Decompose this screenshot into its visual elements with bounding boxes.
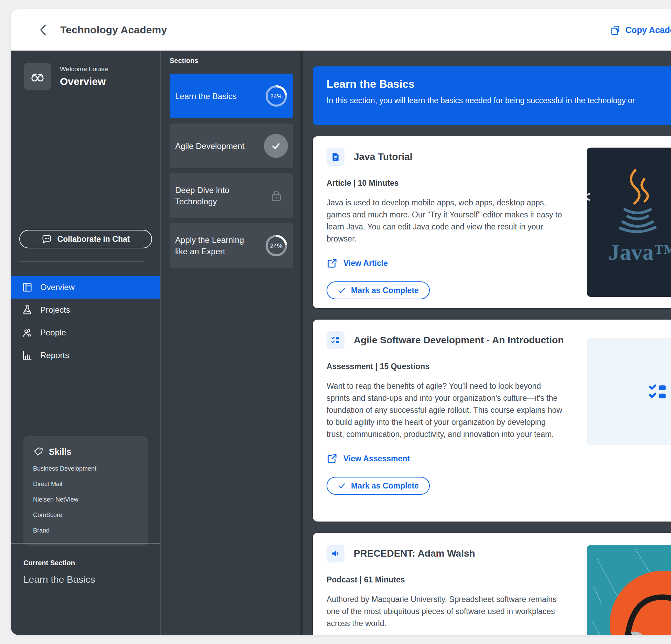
mark-complete-button[interactable]: Mark as Complete [327, 281, 430, 299]
flask-icon [22, 304, 33, 315]
sidebar-item-label: Projects [40, 305, 70, 315]
card-title: PRECEDENT: Adam Walsh [354, 548, 475, 559]
lock-icon [269, 189, 283, 203]
podcast-art-image [587, 545, 671, 635]
progress-ring-24: 24% [265, 84, 288, 108]
sidebar-item-label: Overview [40, 282, 75, 292]
article-doc-icon [327, 148, 344, 166]
sidebar-item-overview[interactable]: Overview [11, 276, 160, 299]
section-card-deep-dive[interactable]: Deep Dive into Technology [170, 173, 293, 218]
current-section-value: Learn the Basics [23, 574, 95, 585]
section-card-label: Agile Development [175, 140, 244, 152]
card-description: Java is used to develop mobile apps, web… [327, 197, 564, 245]
main-content: Learn the Basics In this section, you wi… [303, 51, 671, 635]
page-title: Technology Academy [60, 24, 167, 36]
banner-title: Learn the Basics [327, 78, 671, 90]
lesson-card-java-tutorial: Java Tutorial Article | 10 Minutes Java … [313, 136, 671, 308]
card-title: Agile Software Development - An Introduc… [354, 335, 564, 346]
code-bracket-decoration: < [587, 188, 591, 205]
academy-window: Technology Academy Copy Academy [11, 9, 671, 635]
layout-icon [22, 282, 33, 293]
sidebar-item-label: Reports [40, 351, 69, 360]
mark-complete-button[interactable]: Mark as Complete [327, 477, 430, 495]
screen: Technology Academy Copy Academy [0, 0, 671, 644]
copy-academy-label: Copy Academy [625, 25, 671, 35]
tag-icon [33, 447, 43, 457]
view-assessment-label: View Assessment [343, 454, 410, 463]
skill-item: Nielsen NetView [33, 496, 138, 503]
view-article-label: View Article [343, 259, 388, 268]
skill-item: Brand [33, 527, 138, 534]
sidebar: Welcome Louise Overview Collaborate in C… [11, 51, 161, 635]
complete-check-icon [264, 134, 288, 158]
assessment-checklist-icon [327, 331, 344, 349]
sidebar-divider [19, 261, 145, 261]
welcome-text: Welcome Louise [60, 65, 108, 73]
check-icon [338, 286, 346, 294]
check-icon [338, 482, 346, 490]
sections-panel: Sections Learn the Basics 24% Agile Deve… [161, 51, 303, 635]
sidebar-item-people[interactable]: People [11, 321, 160, 344]
banner-description: In this section, you will learn the basi… [327, 96, 671, 105]
profile-text: Welcome Louise Overview [60, 65, 108, 87]
card-description: Authored by Macquarie University. Spread… [327, 593, 564, 630]
card-title: Java Tutorial [354, 151, 413, 162]
skills-title: Skills [49, 447, 71, 457]
glasses-icon [30, 68, 45, 84]
external-link-icon [327, 258, 338, 269]
sidebar-bottom-divider [11, 543, 160, 544]
progress-ring-24: 24% [265, 234, 288, 257]
sidebar-item-reports[interactable]: Reports [11, 344, 160, 367]
view-article-link[interactable]: View Article [327, 258, 388, 269]
avatar [24, 63, 51, 90]
assessment-panel [587, 338, 671, 445]
section-card-label: Apply the Learning like an Expert [175, 234, 254, 257]
section-banner: Learn the Basics In this section, you wi… [313, 66, 671, 125]
section-card-agile-development[interactable]: Agile Development [170, 124, 293, 168]
people-icon [22, 327, 33, 338]
section-card-label: Deep Dive into Technology [175, 184, 254, 207]
section-card-apply-learning[interactable]: Apply the Learning like an Expert 24% [170, 223, 293, 268]
svg-text:24%: 24% [270, 93, 283, 100]
assessment-checklist-glyph [647, 381, 669, 403]
sidebar-item-projects[interactable]: Projects [11, 299, 160, 321]
copy-academy-button[interactable]: Copy Academy [609, 24, 671, 35]
collaborate-chat-label: Collaborate in Chat [57, 235, 130, 244]
profile-block: Welcome Louise Overview [24, 63, 108, 90]
header: Technology Academy Copy Academy [11, 9, 671, 51]
svg-text:24%: 24% [270, 243, 283, 249]
skill-item: ComScore [33, 512, 138, 519]
section-card-learn-the-basics[interactable]: Learn the Basics 24% [170, 74, 293, 118]
skill-item: Business Development [33, 465, 138, 472]
lesson-card-podcast: PRECEDENT: Adam Walsh Podcast | 61 Minut… [313, 533, 671, 635]
external-link-icon [327, 453, 338, 464]
skill-item: Direct Mail [33, 481, 138, 488]
java-logo-image: < [587, 148, 671, 297]
content-row: Welcome Louise Overview Collaborate in C… [11, 51, 671, 635]
section-card-label: Learn the Basics [175, 90, 237, 102]
back-button[interactable] [36, 23, 50, 37]
podcast-audio-icon [327, 545, 344, 562]
chevron-left-icon [39, 24, 47, 36]
profile-page-title: Overview [60, 76, 108, 87]
lesson-card-agile-assessment: Agile Software Development - An Introduc… [313, 320, 671, 522]
collaborate-chat-button[interactable]: Collaborate in Chat [19, 230, 152, 248]
current-section-label: Current Section [23, 559, 75, 567]
sections-title: Sections [170, 57, 300, 65]
sidebar-item-label: People [40, 328, 66, 337]
bar-chart-icon [22, 350, 33, 361]
card-description: Want to reap the benefits of agile? You’… [327, 380, 564, 440]
view-assessment-link[interactable]: View Assessment [327, 453, 410, 464]
copy-icon [609, 24, 620, 35]
sidebar-nav: Overview Projects [11, 276, 160, 367]
java-wordmark: Java™ [608, 239, 671, 265]
skills-card: Skills Business Development Direct Mail … [23, 436, 148, 546]
chat-bubble-icon [42, 234, 52, 244]
